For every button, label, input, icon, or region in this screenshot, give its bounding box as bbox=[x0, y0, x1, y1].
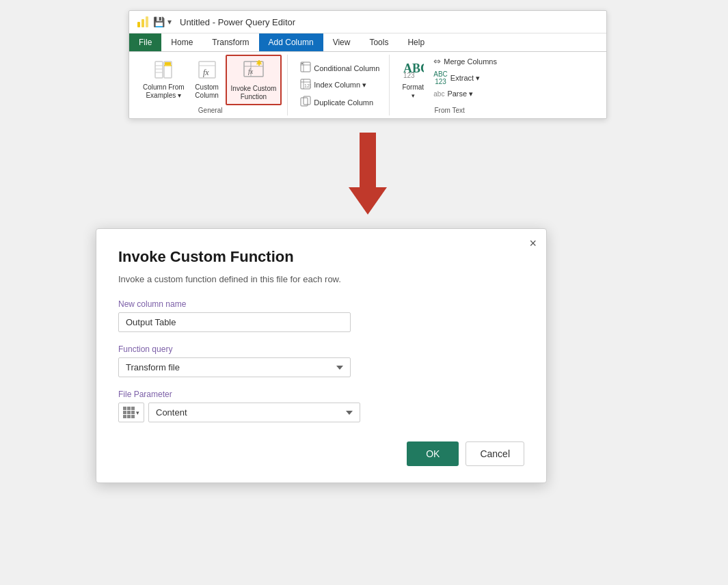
svg-rect-2 bbox=[146, 16, 148, 27]
function-query-label: Function query bbox=[118, 344, 524, 354]
index-column-icon: 123 bbox=[300, 79, 311, 92]
dialog-close-button[interactable]: × bbox=[529, 237, 537, 249]
custom-column-label: CustomColumn bbox=[195, 83, 218, 100]
table-chevron-icon: ▾ bbox=[136, 409, 139, 416]
tab-transform[interactable]: Transform bbox=[202, 33, 258, 51]
index-column-button[interactable]: 123 Index Column ▾ bbox=[296, 77, 383, 93]
title-bar: 💾 ▾ Untitled - Power Query Editor bbox=[129, 11, 606, 33]
file-parameter-group: File Parameter ▾ Content bbox=[118, 390, 524, 422]
invoke-custom-function-label: Invoke CustomFunction bbox=[231, 85, 277, 101]
invoke-function-icon: fx bbox=[243, 59, 265, 83]
tab-home[interactable]: Home bbox=[161, 33, 202, 51]
arrow-container bbox=[129, 119, 607, 228]
extract-button[interactable]: ABC123 Extract ▾ bbox=[429, 69, 501, 87]
format-button[interactable]: ABC 123 Format ▾ bbox=[398, 55, 428, 102]
tab-add-column[interactable]: Add Column bbox=[259, 33, 323, 51]
format-icon: ABC 123 bbox=[402, 57, 424, 82]
ribbon-tabs: File Home Transform Add Column View Tool… bbox=[129, 33, 606, 52]
parse-label: Parse ▾ bbox=[447, 90, 473, 98]
save-button[interactable]: 💾 bbox=[152, 16, 165, 28]
svg-rect-3 bbox=[155, 62, 163, 78]
column-small-buttons: Conditional Column 123 Index Column ▾ bbox=[296, 55, 383, 115]
column-from-examples-button[interactable]: Column FromExamples ▾ bbox=[139, 57, 189, 103]
app-icon bbox=[136, 15, 150, 29]
column-examples-icon bbox=[154, 60, 173, 82]
dialog-footer: OK Cancel bbox=[118, 441, 524, 466]
conditional-column-label: Conditional Column bbox=[314, 64, 379, 72]
file-parameter-select[interactable]: Content bbox=[148, 403, 360, 422]
format-arrow: ▾ bbox=[412, 92, 415, 99]
window-title: Untitled - Power Query Editor bbox=[180, 17, 295, 27]
arrow-graphic bbox=[349, 133, 387, 215]
function-query-select[interactable]: Transform file bbox=[118, 357, 351, 377]
conditional-column-button[interactable]: Conditional Column bbox=[296, 60, 383, 76]
dropdown-arrow: ▾ bbox=[167, 17, 172, 27]
svg-rect-9 bbox=[165, 62, 171, 65]
merge-columns-button[interactable]: ⇔ Merge Columns bbox=[429, 55, 501, 68]
ribbon-container: 💾 ▾ Untitled - Power Query Editor File H… bbox=[129, 10, 607, 119]
from-text-group: ABC 123 Format ▾ ⇔ Merge Columns ABC123 bbox=[392, 55, 507, 115]
parse-button[interactable]: abc Parse ▾ bbox=[429, 88, 501, 100]
svg-rect-1 bbox=[141, 19, 144, 27]
new-column-name-group: New column name bbox=[118, 299, 524, 332]
ribbon-content: Column FromExamples ▾ fx CustomColumn bbox=[129, 52, 606, 118]
function-query-group: Function query Transform file bbox=[118, 344, 524, 377]
general-group: Column FromExamples ▾ fx CustomColumn bbox=[133, 55, 288, 115]
ok-button[interactable]: OK bbox=[407, 441, 459, 466]
invoke-function-dialog: × Invoke Custom Function Invoke a custom… bbox=[96, 228, 547, 483]
svg-text:123: 123 bbox=[403, 72, 415, 79]
tab-view[interactable]: View bbox=[323, 33, 360, 51]
arrow-head bbox=[349, 187, 387, 215]
invoke-custom-function-button[interactable]: fx Invoke CustomFunction bbox=[226, 55, 282, 105]
svg-rect-23 bbox=[301, 63, 303, 64]
svg-text:fx: fx bbox=[203, 68, 209, 77]
svg-rect-0 bbox=[137, 22, 140, 27]
custom-column-button[interactable]: fx CustomColumn bbox=[190, 57, 224, 103]
table-grid-icon bbox=[123, 407, 135, 418]
tab-help[interactable]: Help bbox=[398, 33, 434, 51]
from-text-group-label: From Text bbox=[398, 105, 501, 115]
merge-columns-icon: ⇔ bbox=[433, 56, 441, 66]
arrow-shaft bbox=[360, 133, 376, 187]
cancel-button[interactable]: Cancel bbox=[466, 441, 524, 466]
duplicate-column-icon bbox=[300, 96, 311, 109]
extract-icon: ABC123 bbox=[433, 70, 448, 85]
file-parameter-row: ▾ Content bbox=[118, 403, 524, 422]
general-buttons: Column FromExamples ▾ fx CustomColumn bbox=[139, 55, 282, 105]
dialog-title: Invoke Custom Function bbox=[118, 248, 524, 266]
index-column-label: Index Column ▾ bbox=[314, 81, 366, 90]
new-column-name-input[interactable] bbox=[118, 312, 351, 332]
new-column-name-label: New column name bbox=[118, 299, 524, 309]
format-label: Format bbox=[402, 83, 424, 91]
tab-file[interactable]: File bbox=[129, 33, 161, 51]
file-parameter-label: File Parameter bbox=[118, 390, 524, 399]
column-options-group: Conditional Column 123 Index Column ▾ bbox=[291, 55, 390, 115]
merge-columns-label: Merge Columns bbox=[444, 57, 497, 66]
extract-label: Extract ▾ bbox=[450, 74, 480, 83]
title-bar-icons: 💾 ▾ bbox=[136, 15, 172, 29]
dialog-description: Invoke a custom function defined in this… bbox=[118, 274, 524, 284]
duplicate-column-label: Duplicate Column bbox=[314, 98, 373, 107]
general-group-label: General bbox=[139, 105, 282, 115]
svg-text:123: 123 bbox=[304, 83, 311, 88]
parse-icon: abc bbox=[433, 90, 444, 98]
table-type-button[interactable]: ▾ bbox=[118, 403, 144, 422]
from-text-small-buttons: ⇔ Merge Columns ABC123 Extract ▾ abc Par… bbox=[429, 55, 501, 100]
column-from-examples-label: Column FromExamples ▾ bbox=[143, 83, 185, 100]
svg-text:fx: fx bbox=[248, 68, 254, 75]
from-text-buttons: ABC 123 Format ▾ ⇔ Merge Columns ABC123 bbox=[398, 55, 501, 105]
tab-tools[interactable]: Tools bbox=[360, 33, 398, 51]
conditional-column-icon bbox=[300, 62, 311, 74]
duplicate-column-button[interactable]: Duplicate Column bbox=[296, 94, 383, 110]
custom-column-icon: fx bbox=[198, 60, 217, 82]
